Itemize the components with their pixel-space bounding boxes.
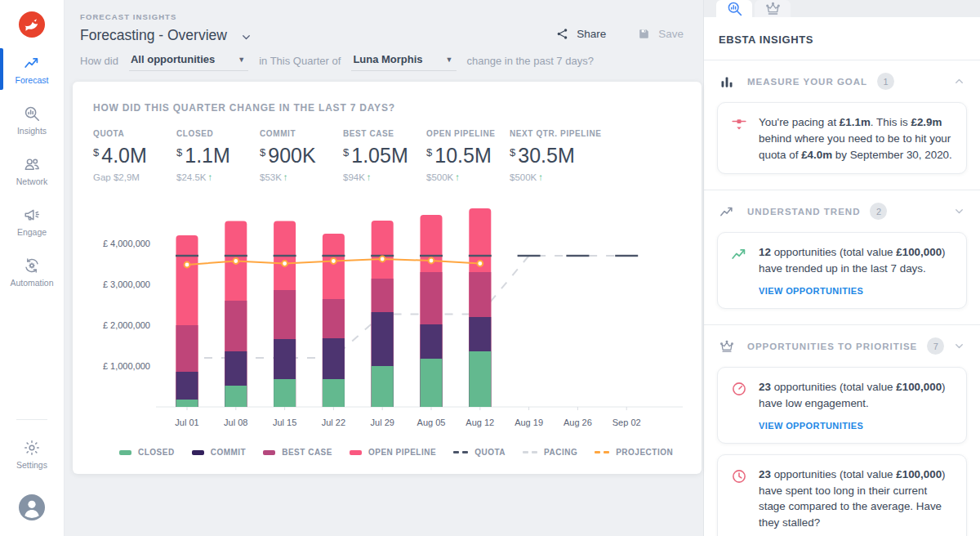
kpi-value: $900K bbox=[260, 144, 343, 168]
kpi-value: $1.1M bbox=[176, 144, 260, 168]
forecast-card-title: HOW DID THIS QUARTER CHANGE IN THE LAST … bbox=[93, 102, 702, 114]
svg-text:Aug 19: Aug 19 bbox=[514, 418, 543, 427]
opportunities-dropdown[interactable]: All opportunities ▼ bbox=[129, 53, 248, 71]
gauge-icon bbox=[730, 380, 748, 398]
milestone-icon bbox=[730, 115, 748, 133]
share-label: Share bbox=[577, 28, 606, 40]
tab-priorities-tab[interactable] bbox=[755, 0, 791, 17]
kpi-closed: CLOSED$1.1M$24.5K↑ bbox=[176, 129, 260, 182]
section-header-measure-your-goal[interactable]: MEASURE YOUR GOAL1 bbox=[704, 60, 980, 100]
chevron-up-icon[interactable] bbox=[953, 75, 965, 87]
legend-swatch bbox=[192, 450, 204, 455]
insight-card: 23 opportunities (total value £100,000) … bbox=[717, 367, 967, 444]
ebsta-logo-icon[interactable] bbox=[18, 11, 46, 38]
svg-text:£ 1,000,000: £ 1,000,000 bbox=[103, 361, 150, 371]
page-title: Forecasting - Overview bbox=[80, 27, 227, 44]
section-label: OPPORTUNITIES TO PRIORITISE bbox=[747, 342, 917, 351]
sidebar-item-label: Settings bbox=[16, 460, 47, 470]
kpi-label: NEXT QTR. PIPELINE bbox=[510, 129, 593, 138]
kpi-delta: $94K↑ bbox=[343, 172, 426, 182]
kpi-value: $10.5M bbox=[426, 144, 510, 168]
sidebar-item-network[interactable]: Network bbox=[0, 148, 64, 193]
sidebar-item-forecast[interactable]: Forecast bbox=[0, 47, 64, 92]
sidebar-item-settings[interactable]: Settings bbox=[0, 431, 64, 476]
query-prefix: How did bbox=[80, 54, 118, 67]
legend-item-projection[interactable]: PROJECTION bbox=[595, 448, 673, 457]
svg-text:£ 4,000,000: £ 4,000,000 bbox=[103, 239, 150, 248]
svg-text:Jul 29: Jul 29 bbox=[371, 418, 394, 427]
insight-text: 23 opportunities (total value £100,000) … bbox=[759, 467, 954, 531]
arrow-up-icon: ↑ bbox=[367, 172, 372, 182]
trend-up-icon bbox=[23, 54, 41, 72]
insight-sections: MEASURE YOUR GOAL1You're pacing at £1.1m… bbox=[704, 60, 980, 536]
forecast-card: HOW DID THIS QUARTER CHANGE IN THE LAST … bbox=[73, 82, 702, 474]
legend-label: OPEN PIPELINE bbox=[368, 448, 436, 457]
legend-label: CLOSED bbox=[138, 448, 175, 457]
sidebar-item-engage[interactable]: Engage bbox=[0, 199, 64, 243]
sidebar-item-label: Insights bbox=[17, 126, 47, 136]
kpi-commit: COMMIT$900K$53K↑ bbox=[260, 129, 343, 182]
view-opportunities-link[interactable]: VIEW OPPORTUNITIES bbox=[759, 286, 863, 296]
chevron-down-icon[interactable] bbox=[240, 31, 252, 43]
insight-text: 12 opportunities (total value £100,000) … bbox=[759, 244, 954, 277]
owner-dropdown-value: Luna Morphis bbox=[353, 53, 422, 65]
section-header-understand-trend[interactable]: UNDERSTAND TREND2 bbox=[704, 190, 980, 230]
legend-label: COMMIT bbox=[211, 448, 247, 457]
insight-card: You're pacing at £1.1m. This is £2.9m be… bbox=[717, 102, 967, 174]
kpi-value: $1.05M bbox=[343, 144, 426, 168]
section-label: MEASURE YOUR GOAL bbox=[747, 77, 867, 87]
section-count-badge: 2 bbox=[870, 203, 887, 220]
section-header-opportunities-to-prioritise[interactable]: OPPORTUNITIES TO PRIORITISE7 bbox=[704, 325, 980, 364]
sidebar-item-label: Network bbox=[16, 176, 48, 186]
section-opportunities-to-prioritise: OPPORTUNITIES TO PRIORITISE723 opportuni… bbox=[704, 325, 980, 536]
view-opportunities-link[interactable]: VIEW OPPORTUNITIES bbox=[759, 421, 863, 431]
legend-item-open-pipeline[interactable]: OPEN PIPELINE bbox=[350, 448, 436, 457]
dropdown-caret-icon: ▼ bbox=[238, 56, 245, 64]
svg-text:£ 3,000,000: £ 3,000,000 bbox=[103, 279, 150, 289]
chevron-down-icon[interactable] bbox=[953, 340, 965, 352]
legend-item-commit[interactable]: COMMIT bbox=[192, 448, 247, 457]
trend-up-icon bbox=[719, 203, 735, 220]
svg-text:Jul 08: Jul 08 bbox=[224, 418, 247, 427]
megaphone-icon bbox=[23, 206, 41, 224]
legend-item-pacing[interactable]: PACING bbox=[523, 448, 577, 457]
opportunities-dropdown-value: All opportunities bbox=[131, 53, 215, 65]
sidebar-bottom-nav: Settings bbox=[0, 431, 64, 482]
tab-insights-tab[interactable] bbox=[716, 0, 752, 17]
svg-text:Sep 02: Sep 02 bbox=[612, 418, 641, 427]
magnifier-chart-icon bbox=[726, 0, 743, 17]
chart-legend: CLOSEDCOMMITBEST CASEOPEN PIPELINEQUOTAP… bbox=[119, 448, 673, 457]
owner-dropdown[interactable]: Luna Morphis ▼ bbox=[351, 53, 456, 71]
sidebar-item-insights[interactable]: Insights bbox=[0, 97, 64, 142]
query-suffix: change in the past 7 days? bbox=[467, 54, 594, 67]
insight-card: 12 opportunities (total value £100,000) … bbox=[717, 232, 967, 309]
svg-text:Jul 22: Jul 22 bbox=[322, 418, 345, 427]
save-button[interactable]: Save bbox=[637, 27, 684, 41]
sidebar-item-automation[interactable]: Automation bbox=[0, 249, 64, 294]
kpi-delta: $500K↑ bbox=[426, 172, 510, 182]
user-avatar[interactable] bbox=[18, 494, 46, 521]
chevron-down-icon[interactable] bbox=[953, 205, 965, 217]
sidebar-item-label: Engage bbox=[17, 227, 47, 237]
sidebar-nav: ForecastInsightsNetworkEngageAutomation bbox=[0, 47, 64, 300]
kpi-best-case: BEST CASE$1.05M$94K↑ bbox=[343, 129, 426, 182]
kpi-gap: Gap $2,9M bbox=[93, 172, 176, 182]
sidebar-item-label: Automation bbox=[10, 278, 53, 288]
main-area: FORECAST INSIGHTS Forecasting - Overview… bbox=[65, 0, 703, 536]
arrow-up-icon: ↑ bbox=[455, 172, 460, 182]
legend-item-quota[interactable]: QUOTA bbox=[453, 448, 506, 457]
svg-text:Aug 12: Aug 12 bbox=[466, 418, 494, 427]
forecast-chart[interactable]: £ 1,000,000£ 2,000,000£ 3,000,000£ 4,000… bbox=[93, 196, 702, 441]
legend-item-closed[interactable]: CLOSED bbox=[119, 448, 175, 457]
legend-label: QUOTA bbox=[474, 448, 506, 457]
arrow-up-icon: ↑ bbox=[538, 172, 543, 182]
section-measure-your-goal: MEASURE YOUR GOAL1You're pacing at £1.1m… bbox=[704, 60, 980, 190]
insights-panel: EBSTA INSIGHTS MEASURE YOUR GOAL1You're … bbox=[703, 0, 980, 536]
legend-item-best-case[interactable]: BEST CASE bbox=[263, 448, 332, 457]
legend-swatch bbox=[263, 450, 275, 455]
kpi-label: CLOSED bbox=[176, 129, 260, 138]
share-button[interactable]: Share bbox=[555, 27, 606, 41]
save-label: Save bbox=[658, 28, 684, 40]
bar-chart-icon bbox=[719, 74, 735, 90]
section-label: UNDERSTAND TREND bbox=[747, 207, 860, 217]
